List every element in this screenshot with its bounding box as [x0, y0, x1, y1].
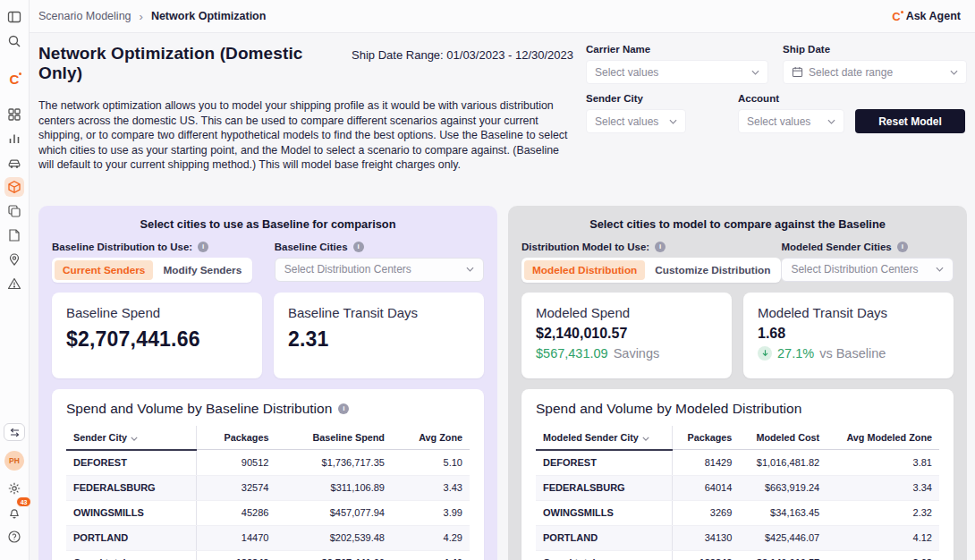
- baseline-col-zone: Avg Zone: [392, 426, 470, 450]
- modeled-col-sender-city[interactable]: Modeled Sender City: [536, 426, 673, 450]
- breadcrumb-network-optimization: Network Optimization: [151, 10, 266, 22]
- panel-toggle-icon[interactable]: [4, 7, 24, 27]
- baseline-col-sender-city[interactable]: Sender City: [66, 426, 196, 450]
- sidebar: C: [0, 0, 30, 560]
- network-cube-icon[interactable]: [4, 177, 24, 197]
- modeled-transit-label: Modeled Transit Days: [758, 305, 939, 320]
- help-icon[interactable]: [4, 527, 24, 547]
- filters: Carrier Name Select values Ship Date Sel…: [586, 44, 967, 173]
- grand-total-row: Grand total182842$2,707,441.664.46: [66, 550, 470, 560]
- modeled-cities-label: Modeled Sender Cities: [781, 242, 891, 252]
- sender-city-select[interactable]: Select values: [586, 109, 686, 133]
- notification-badge: 43: [16, 496, 31, 507]
- chevron-right-icon: ›: [140, 10, 143, 23]
- search-icon[interactable]: [4, 31, 24, 51]
- sort-chevron-icon: [131, 432, 138, 443]
- modeled-table-card: Spend and Volume by Modeled Distribution…: [521, 389, 954, 560]
- baseline-col-packages: Packages: [196, 426, 276, 450]
- modeled-cities-select[interactable]: Select Distribution Centers: [781, 258, 954, 282]
- baseline-spend-value: $2,707,441.66: [66, 327, 248, 352]
- toggle-current-senders[interactable]: Current Senders: [55, 260, 153, 280]
- baseline-transit-label: Baseline Transit Days: [288, 305, 470, 320]
- modeled-transit-value: 1.68: [758, 326, 939, 342]
- carrier-name-field: Carrier Name Select values: [586, 44, 768, 84]
- model-distribution-label: Distribution Model to Use:: [521, 242, 649, 252]
- toggle-modeled-distribution[interactable]: Modeled Distribution: [524, 260, 645, 280]
- vehicle-icon[interactable]: [4, 153, 24, 173]
- modeled-spend-card: Modeled Spend $2,140,010.57 $567,431.09 …: [521, 293, 732, 378]
- location-pin-icon[interactable]: [4, 250, 24, 269]
- model-panel: Select cities to model to compare agains…: [508, 206, 967, 560]
- transit-delta-value: 27.1%: [777, 346, 814, 361]
- bar-chart-icon[interactable]: [4, 129, 24, 148]
- table-row: PORTLAND14470$202,539.484.29: [66, 525, 470, 550]
- title-block: Network Optimization (Domestic Only) Shi…: [38, 44, 586, 173]
- baseline-table: Sender City Packages Baseline Spend Avg …: [66, 426, 470, 560]
- breadcrumb-scenario-modeling[interactable]: Scenario Modeling: [38, 10, 131, 22]
- toggle-modify-senders[interactable]: Modify Senders: [155, 260, 250, 280]
- info-icon[interactable]: i: [198, 242, 208, 252]
- reset-model-button[interactable]: Reset Model: [855, 109, 965, 133]
- baseline-transit-value: 2.31: [288, 327, 470, 352]
- modeled-col-zone: Avg Modeled Zone: [827, 426, 939, 450]
- chevron-down-icon: [466, 267, 474, 272]
- chevron-down-icon: [950, 70, 958, 75]
- modeled-col-packages: Packages: [673, 426, 740, 450]
- sender-city-label: Sender City: [586, 93, 686, 104]
- gear-icon[interactable]: [4, 479, 24, 498]
- table-row: DEFOREST90512$1,736,717.355.10: [66, 450, 470, 476]
- table-row: FEDERALSBURG32574$311,106.893.43: [66, 475, 470, 500]
- account-select[interactable]: Select values: [738, 109, 844, 133]
- carrier-name-select[interactable]: Select values: [586, 60, 768, 84]
- info-icon[interactable]: i: [897, 242, 908, 252]
- baseline-cities-select[interactable]: Select Distribution Centers: [275, 258, 484, 282]
- bell-icon[interactable]: 43: [4, 503, 24, 522]
- info-icon[interactable]: i: [353, 242, 364, 252]
- sender-city-field: Sender City Select values: [586, 93, 686, 133]
- sidebar-nav-bottom: PH 43: [4, 423, 25, 551]
- chevron-down-icon: [827, 119, 835, 124]
- document-icon[interactable]: [4, 225, 24, 245]
- baseline-panel: Select cities to use as Baseline for com…: [38, 206, 497, 560]
- dashboard-icon[interactable]: [4, 105, 24, 124]
- brand-letter: C: [10, 72, 20, 86]
- ask-agent-label: Ask Agent: [906, 10, 961, 22]
- modeled-cities-control: Modeled Sender Cities i Select Distribut…: [781, 242, 954, 283]
- account-field: Account Select values: [738, 93, 844, 133]
- chevron-down-icon: [669, 119, 677, 124]
- transit-delta-label: vs Baseline: [819, 346, 886, 361]
- header-area: Network Optimization (Domestic Only) Shi…: [38, 44, 967, 173]
- modeled-spend-value: $2,140,010.57: [536, 326, 717, 342]
- baseline-spend-card: Baseline Spend $2,707,441.66: [52, 293, 262, 378]
- toggle-customize-distribution[interactable]: Customize Distribution: [647, 260, 778, 280]
- table-row: OWINGSMILLS3269$34,163.452.32: [536, 500, 939, 525]
- carrier-name-label: Carrier Name: [586, 44, 768, 55]
- sort-chevron-icon: [642, 432, 649, 443]
- copy-icon[interactable]: [4, 201, 24, 221]
- brand-logo[interactable]: C: [4, 69, 24, 89]
- table-row: OWINGSMILLS45286$457,077.943.99: [66, 500, 470, 525]
- sender-city-placeholder: Select values: [595, 115, 664, 128]
- ship-date-placeholder: Select date range: [809, 66, 945, 79]
- baseline-distribution-toggle: Current Senders Modify Senders: [52, 258, 252, 283]
- modeled-table-title: Spend and Volume by Modeled Distribution: [536, 401, 801, 417]
- baseline-panel-title: Select cities to use as Baseline for com…: [52, 206, 484, 242]
- ship-date-select[interactable]: Select date range: [783, 60, 967, 84]
- baseline-distribution-control: Baseline Distribution to Use: i Current …: [52, 242, 252, 283]
- avatar[interactable]: PH: [4, 451, 24, 471]
- grand-total-row: Grand total182842$2,140,010.573.68: [536, 550, 939, 560]
- modeled-table: Modeled Sender City Packages Modeled Cos…: [536, 426, 939, 560]
- info-icon[interactable]: i: [338, 403, 349, 414]
- page-description: The network optimization allows you to m…: [38, 98, 573, 173]
- account-label: Account: [738, 93, 844, 104]
- info-icon[interactable]: i: [655, 242, 666, 252]
- modeled-col-cost: Modeled Cost: [739, 426, 827, 450]
- model-panel-title: Select cities to model to compare agains…: [521, 206, 954, 242]
- baseline-cities-label: Baseline Cities: [275, 242, 348, 252]
- ask-agent-button[interactable]: C Ask Agent: [892, 10, 961, 22]
- swap-icon[interactable]: [4, 423, 25, 441]
- warning-icon[interactable]: [4, 274, 24, 293]
- main-area: Scenario Modeling › Network Optimization…: [30, 0, 975, 560]
- baseline-spend-label: Baseline Spend: [66, 305, 248, 320]
- baseline-col-spend: Baseline Spend: [276, 426, 392, 450]
